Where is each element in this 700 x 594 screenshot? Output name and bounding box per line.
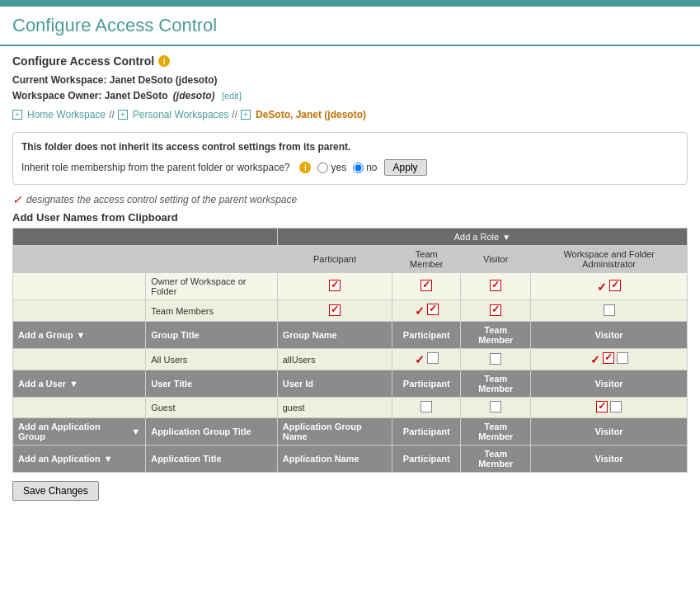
personal-workspaces-plus-icon: + [118,110,128,120]
team-team-member-checkmark: ✓ [415,304,425,318]
owner-admin-checkbox[interactable] [609,280,621,291]
table-row-add-app-header: Add an Application ▼ Application Title A… [13,446,688,473]
guest-title: Guest [146,398,278,418]
owner-admin-cell: ✓ [531,273,688,300]
table-col-header-row: Participant Team Member Visitor Workspac… [13,246,688,273]
team-participant-checkbox[interactable] [329,304,341,316]
breadcrumb-home-workspace[interactable]: Home Workspace [27,109,106,120]
app-visitor-header: Visitor [531,446,688,473]
all-users-visitor-checkmark: ✓ [590,353,600,366]
all-users-team-member-cell [461,349,531,370]
breadcrumb-sep-2: // [232,109,237,120]
radio-no-text: no [366,162,377,173]
legend-row: ✓ designates the access control setting … [12,193,688,206]
team-row-empty [13,300,146,322]
guest-team-member-cell [461,398,531,418]
workspace-owner-row: Workspace Owner: Janet DeSoto (jdesoto) … [12,90,688,101]
add-app-dropdown-icon[interactable]: ▼ [104,454,113,464]
col-header-team-member: Team Member [392,246,461,273]
home-workspace-plus-icon: + [12,110,22,120]
all-users-participant-checkmark: ✓ [415,353,425,366]
add-app-group-label-cell: Add an Application Group ▼ [13,418,146,446]
add-app-label[interactable]: Add an Application [18,454,101,464]
team-visitor-checkbox[interactable] [490,304,501,316]
group-col2-header: Group Name [277,322,392,349]
user-col1-header: User Title [146,370,278,398]
add-app-group-label[interactable]: Add an Application Group [18,422,128,441]
breadcrumb-personal-workspaces[interactable]: Personal Workspaces [133,109,229,120]
owner-row-empty [13,273,146,300]
save-changes-button[interactable]: Save Changes [12,481,99,501]
current-workspace-value: Janet DeSoto (jdesoto) [110,74,218,86]
add-user-label-cell: Add a User ▼ [13,370,146,398]
owner-row-label: Owner of Workspace or Folder [146,273,278,300]
clipboard-section-header: Add User Names from Clipboard [12,211,688,224]
guest-visitor-checkbox[interactable] [596,401,608,412]
add-user-dropdown-icon[interactable]: ▼ [69,379,78,389]
radio-yes-label[interactable]: yes [317,162,346,173]
team-row-label: Team Members [146,300,278,322]
team-team-member-checkbox[interactable] [427,304,439,315]
col-header-admin: Workspace and Folder Administrator [531,246,688,273]
add-role-dropdown-icon[interactable]: ▼ [502,233,510,242]
app-group-participant-header: Participant [392,418,461,446]
add-app-group-dropdown-icon[interactable]: ▼ [131,427,140,436]
table-row-all-users: All Users allUsers ✓ ✓ [13,349,688,370]
guest-empty [13,398,146,418]
breadcrumb-desoto[interactable]: DeSoto, Janet (jdesoto) [256,109,366,120]
app-group-col1-header: Application Group Title [146,418,278,446]
radio-no-label[interactable]: no [353,162,377,173]
guest-participant-checkbox[interactable] [420,401,432,412]
user-visitor-header: Visitor [531,370,688,398]
all-users-participant-cell: ✓ [392,349,461,370]
owner-admin-checkmark: ✓ [597,280,607,294]
owner-participant-checkbox[interactable] [329,280,341,291]
add-group-label-cell: Add a Group ▼ [13,322,146,349]
app-team-member-header: Team Member [461,446,531,473]
radio-no[interactable] [353,163,364,173]
inherit-row: Inherit role membership from the parent … [21,159,679,176]
current-workspace-label: Current Workspace: [12,74,106,86]
team-participant-cell [277,300,392,322]
owner-team-member-checkbox[interactable] [420,280,432,291]
all-users-admin-checkbox[interactable] [617,352,628,364]
owner-visitor-checkbox[interactable] [490,280,501,291]
all-users-team-member-checkbox[interactable] [490,353,501,365]
inherit-info-icon[interactable]: i [299,162,311,173]
access-control-table: Add a Role ▼ Participant Team Member Vis… [12,228,688,473]
user-team-member-header: Team Member [461,370,531,398]
main-content: Configure Access Control i Current Works… [0,46,700,509]
notice-text: This folder does not inherit its access … [21,141,679,153]
radio-yes[interactable] [317,163,328,173]
owner-participant-cell [277,273,392,300]
team-admin-checkbox[interactable] [604,304,615,316]
team-admin-cell [531,300,688,322]
info-icon[interactable]: i [158,55,170,67]
edit-workspace-link[interactable]: [edit] [222,91,242,101]
team-team-member-cell: ✓ [392,300,461,322]
add-group-dropdown-icon[interactable]: ▼ [77,330,86,340]
user-col2-header: User Id [277,370,392,398]
page-header: Configure Access Control [0,7,700,46]
radio-yes-text: yes [331,162,346,173]
add-user-label[interactable]: Add a User [18,379,66,389]
add-group-label[interactable]: Add a Group [18,330,73,340]
table-row-add-group-header: Add a Group ▼ Group Title Group Name Par… [13,322,688,349]
table-row-guest: Guest guest [13,398,688,418]
guest-team-member-checkbox[interactable] [490,401,501,412]
group-team-member-header: Team Member [461,322,531,349]
app-group-visitor-header: Visitor [531,418,688,446]
radio-group: yes no Apply [317,159,426,176]
inherit-label: Inherit role membership from the parent … [21,162,289,173]
legend-checkmark-icon: ✓ [12,193,22,206]
table-row-add-user-header: Add a User ▼ User Title User Id Particip… [13,370,688,398]
app-participant-header: Participant [392,446,461,473]
top-bar [0,0,700,7]
all-users-participant-checkbox[interactable] [427,352,439,364]
all-users-name: allUsers [277,349,392,370]
all-users-visitor-checkbox[interactable] [603,352,614,364]
guest-admin-checkbox[interactable] [610,401,622,412]
group-col1-header: Group Title [146,322,278,349]
apply-button[interactable]: Apply [384,159,427,176]
guest-name: guest [277,398,392,418]
